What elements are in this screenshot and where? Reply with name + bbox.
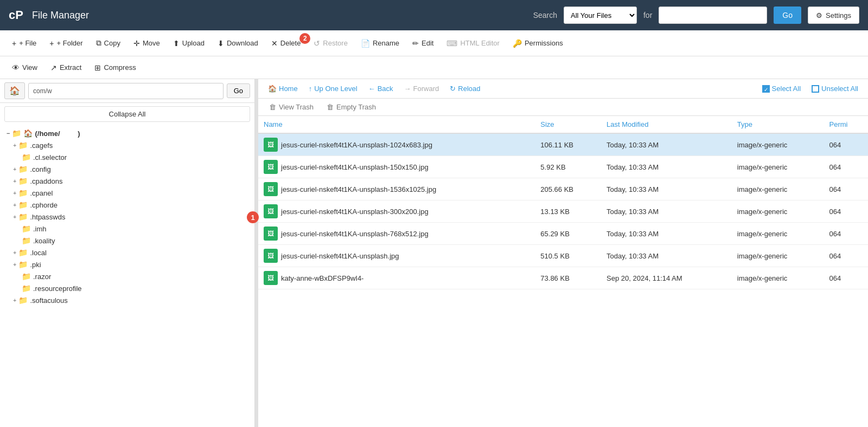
expand-icon: + xyxy=(13,249,16,256)
tree-item-pki[interactable]: + 📁 .pki xyxy=(4,258,250,270)
tree-item-resourceprofile[interactable]: 📁 .resourceprofile xyxy=(4,282,250,294)
rename-button[interactable]: 📄 Rename xyxy=(355,36,405,50)
header: cP File Manager Search All Your Files Fi… xyxy=(0,0,868,30)
folder-icon: 📁 xyxy=(12,129,21,138)
view-button[interactable]: 👁 View xyxy=(7,61,43,75)
file-nav-unselect-all-button[interactable]: Unselect All xyxy=(807,82,863,95)
sidebar-go-button[interactable]: Go xyxy=(227,83,250,98)
folder-icon: 📁 xyxy=(18,189,28,197)
toolbar: + + File + + Folder ⧉ Copy ✛ Move ⬆ Uplo… xyxy=(0,30,868,56)
col-perms[interactable]: Permi xyxy=(824,116,868,133)
tree-item-htpasswds[interactable]: + 📁 .htpasswds xyxy=(4,211,250,223)
folder-plus-icon: + xyxy=(49,39,54,48)
new-folder-button[interactable]: + + Folder xyxy=(44,36,88,50)
html-editor-icon: ⌨ xyxy=(446,39,457,48)
empty-trash-icon: 🗑 xyxy=(327,103,334,111)
rename-icon: 📄 xyxy=(361,39,370,48)
up-icon: ↑ xyxy=(309,85,312,93)
expand-icon: + xyxy=(13,214,16,220)
folder-icon: 📁 xyxy=(18,200,28,209)
sidebar-home-button[interactable]: 🏠 xyxy=(4,82,25,99)
tree-item-cpaddons[interactable]: + 📁 .cpaddons xyxy=(4,175,250,187)
expand-icon: + xyxy=(13,142,16,148)
file-nav-forward-button[interactable]: → Forward xyxy=(400,82,444,95)
tree-item-clselector[interactable]: 📁 .cl.selector xyxy=(4,151,250,163)
settings-button[interactable]: ⚙ Settings xyxy=(808,7,859,24)
col-size[interactable]: Size xyxy=(535,116,601,133)
file-nav-reload-button[interactable]: ↻ Reload xyxy=(445,82,484,95)
col-name[interactable]: Name xyxy=(258,116,535,133)
folder-icon: 📁 xyxy=(18,248,28,257)
file-nav-select-all-button[interactable]: ✓ Select All xyxy=(758,82,805,95)
back-icon: ← xyxy=(368,85,375,93)
copy-button[interactable]: ⧉ Copy xyxy=(91,36,126,50)
tree-item-imh[interactable]: 📁 .imh xyxy=(4,223,250,235)
empty-trash-button[interactable]: 🗑 Empty Trash xyxy=(321,101,381,113)
search-label: Search xyxy=(533,11,557,20)
folder-icon: 📁 xyxy=(22,236,31,245)
move-button[interactable]: ✛ Move xyxy=(128,36,165,50)
file-name-cell: 🖼jesus-curiel-nskeft4t1KA-unsplash-1536x… xyxy=(258,178,535,200)
html-editor-button[interactable]: ⌨ HTML Editor xyxy=(441,36,505,50)
tree-item-local[interactable]: + 📁 .local xyxy=(4,247,250,258)
file-nav-up-button[interactable]: ↑ Up One Level xyxy=(304,82,362,95)
file-type-icon: 🖼 xyxy=(264,271,278,285)
file-nav-back-button[interactable]: ← Back xyxy=(364,82,398,95)
expand-icon: + xyxy=(13,297,16,303)
expand-icon: + xyxy=(13,202,16,208)
table-row[interactable]: 🖼jesus-curiel-nskeft4t1KA-unsplash-150x1… xyxy=(258,156,868,178)
table-row[interactable]: 🖼jesus-curiel-nskeft4t1KA-unsplash-768x5… xyxy=(258,223,868,245)
view-trash-button[interactable]: 🗑 View Trash xyxy=(264,101,319,113)
compress-button[interactable]: ⊞ Compress xyxy=(89,61,141,75)
key-icon: 🔑 xyxy=(513,39,522,48)
new-file-button[interactable]: + + File xyxy=(7,36,42,50)
tree-root-label: (/home/ ) xyxy=(35,130,80,138)
collapse-all-button[interactable]: Collapse All xyxy=(4,106,250,122)
folder-icon: 📁 xyxy=(22,224,31,233)
permissions-button[interactable]: 🔑 Permissions xyxy=(507,36,569,50)
tree-item-cphorde[interactable]: + 📁 .cphorde xyxy=(4,199,250,211)
extract-button[interactable]: ↗ Extract xyxy=(45,61,87,75)
file-type-icon: 🖼 xyxy=(264,160,278,174)
delete-button[interactable]: ✕ Delete 2 xyxy=(266,36,307,50)
download-icon: ⬇ xyxy=(218,39,224,48)
table-row[interactable]: 🖼jesus-curiel-nskeft4t1KA-unsplash-1536x… xyxy=(258,178,868,200)
file-trash-bar: 🗑 View Trash 🗑 Empty Trash xyxy=(258,99,868,116)
file-plus-icon: + xyxy=(12,39,16,48)
tree-item-razor[interactable]: 📁 .razor xyxy=(4,270,250,282)
tree-item-cpanel[interactable]: + 📁 .cpanel xyxy=(4,187,250,199)
tree-item-root[interactable]: − 📁 🏠 (/home/ ) xyxy=(4,127,250,139)
folder-icon: 📁 xyxy=(18,177,28,185)
search-input[interactable] xyxy=(659,7,767,24)
delete-badge: 2 xyxy=(299,33,310,44)
col-type[interactable]: Type xyxy=(732,116,824,133)
home-nav-icon: 🏠 xyxy=(268,85,277,93)
file-name-cell: 🖼jesus-curiel-nskeft4t1KA-unsplash-150x1… xyxy=(258,156,535,178)
edit-button[interactable]: ✏ Edit xyxy=(407,36,439,50)
file-table-wrapper[interactable]: Name Size Last Modified Type Permi 🖼jesu… xyxy=(258,116,868,427)
search-go-button[interactable]: Go xyxy=(774,7,801,24)
tree-item-config[interactable]: + 📁 .config xyxy=(4,163,250,175)
tree-item-cagefs[interactable]: + 📁 .cagefs xyxy=(4,139,250,151)
expand-icon: + xyxy=(13,166,16,172)
table-row[interactable]: 🖼katy-anne-wBxDFSP9wI4-73.86 KBSep 20, 2… xyxy=(258,267,868,289)
table-row[interactable]: 🖼jesus-curiel-nskeft4t1KA-unsplash-1024x… xyxy=(258,133,868,156)
download-button[interactable]: ⬇ Download xyxy=(212,36,264,50)
col-modified[interactable]: Last Modified xyxy=(601,116,732,133)
tree-item-softaculous[interactable]: + 📁 .softaculous xyxy=(4,294,250,306)
folder-icon: 📁 xyxy=(22,153,31,161)
file-name-cell: 🖼katy-anne-wBxDFSP9wI4- xyxy=(258,267,535,289)
file-nav-home-button[interactable]: 🏠 Home xyxy=(264,82,302,95)
sidebar-path-input[interactable] xyxy=(28,83,224,99)
search-scope-select[interactable]: All Your Files File Names Only File Cont… xyxy=(564,7,637,24)
table-row[interactable]: 🖼jesus-curiel-nskeft4t1KA-unsplash-300x2… xyxy=(258,200,868,223)
folder-icon: 📁 xyxy=(18,165,28,173)
restore-button[interactable]: ↺ Restore xyxy=(308,36,353,50)
cpanel-logo: cP xyxy=(9,8,23,22)
table-row[interactable]: 🖼jesus-curiel-nskeft4t1KA-unsplash.jpg51… xyxy=(258,245,868,267)
app-title: File Manager xyxy=(32,10,527,21)
for-label: for xyxy=(643,11,652,20)
upload-button[interactable]: ⬆ Upload xyxy=(168,36,210,50)
restore-icon: ↺ xyxy=(314,39,320,48)
tree-item-koality[interactable]: 📁 .koality xyxy=(4,235,250,247)
